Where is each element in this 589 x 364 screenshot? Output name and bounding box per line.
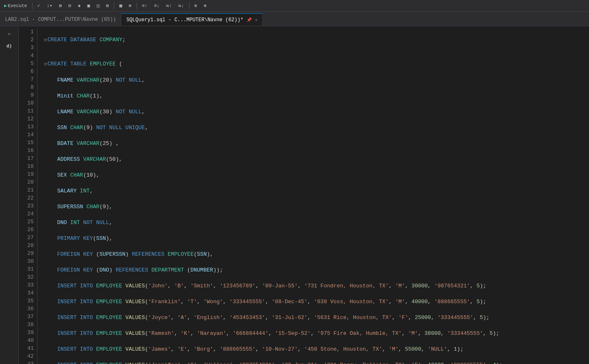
code-content: ⊟CREATE DATABASE COMPANY; ⊟CREATE TABLE …: [37, 28, 589, 364]
left-panel-item-1[interactable]: d): [2, 40, 17, 52]
toolbar-btn-8[interactable]: ⊞: [104, 2, 112, 9]
main-container: ✕ d) 1234567 891011121314 15161718192021…: [0, 26, 589, 364]
parse-button[interactable]: ✓: [35, 2, 43, 9]
execute-button[interactable]: ▶ Execute: [2, 2, 30, 9]
toolbar-btn-4[interactable]: ⊟: [66, 2, 74, 9]
toolbar-btn-10[interactable]: ⊕: [126, 2, 134, 9]
toolbar-btn-7[interactable]: ◫: [94, 2, 102, 9]
editor-area[interactable]: 1234567 891011121314 15161718192021 2223…: [19, 26, 589, 364]
tab-sqlquery1-label: SQLQuery1.sql - C...MPUTER\Navne (62))*: [126, 17, 243, 23]
toolbar-btn-9[interactable]: ▦: [117, 2, 125, 9]
toolbar-btn-11[interactable]: ≡↑: [140, 2, 150, 9]
close-icon[interactable]: ✕: [255, 17, 257, 22]
toolbar-divider-4: [189, 2, 190, 9]
toolbar-btn-13[interactable]: ⇆↑: [164, 2, 174, 9]
toolbar-divider-2: [114, 2, 114, 9]
tab-sqlquery1[interactable]: SQLQuery1.sql - C...MPUTER\Navne (62))* …: [121, 13, 263, 26]
line-numbers: 1234567 891011121314 15161718192021 2223…: [19, 28, 37, 364]
pin-icon[interactable]: 📌: [247, 17, 252, 22]
tab-lab2-label: LAB2.sql - COMPUT...PUTER\Navne (65)): [5, 17, 116, 22]
tab-bar: LAB2.sql - COMPUT...PUTER\Navne (65)) SQ…: [0, 12, 589, 26]
toolbar-btn-3[interactable]: ⊞: [57, 2, 65, 9]
toolbar-divider-1: [32, 2, 32, 9]
toolbar-btn-5[interactable]: ◈: [75, 2, 83, 9]
toolbar-btn-2[interactable]: ↕▾: [44, 2, 55, 9]
toolbar-divider-3: [137, 2, 137, 9]
toolbar: ▶ Execute ✓ ↕▾ ⊞ ⊟ ◈ ▣ ◫ ⊞ ▦ ⊕ ≡↑ ≡↓ ⇆↑ …: [0, 0, 589, 12]
left-panel: ✕ d): [0, 26, 19, 364]
tab-lab2[interactable]: LAB2.sql - COMPUT...PUTER\Navne (65)): [0, 13, 121, 26]
toolbar-btn-15[interactable]: ⊕: [192, 2, 200, 9]
code-container: 1234567 891011121314 15161718192021 2223…: [19, 28, 589, 364]
toolbar-btn-12[interactable]: ≡↓: [152, 2, 162, 9]
left-panel-close[interactable]: ✕: [2, 28, 17, 40]
toolbar-btn-14[interactable]: ⇆↓: [176, 2, 186, 9]
toolbar-btn-6[interactable]: ▣: [85, 2, 93, 9]
toolbar-btn-16[interactable]: ⊕: [201, 2, 209, 9]
